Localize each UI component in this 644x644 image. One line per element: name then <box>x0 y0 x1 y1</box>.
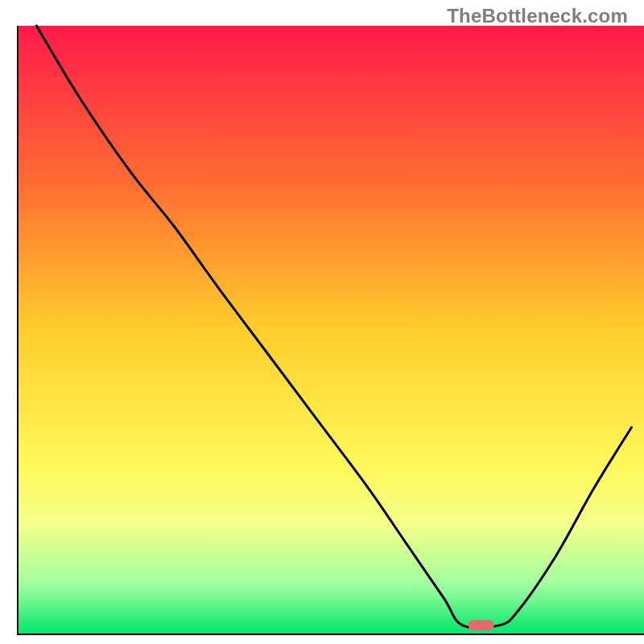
watermark-text: TheBottleneck.com <box>447 5 628 27</box>
chart-container: { "watermark": "TheBottleneck.com", "cha… <box>0 0 644 644</box>
chart-svg <box>0 0 644 644</box>
plot-area <box>18 26 644 634</box>
optimal-marker <box>469 620 494 630</box>
svg-rect-0 <box>18 26 644 634</box>
